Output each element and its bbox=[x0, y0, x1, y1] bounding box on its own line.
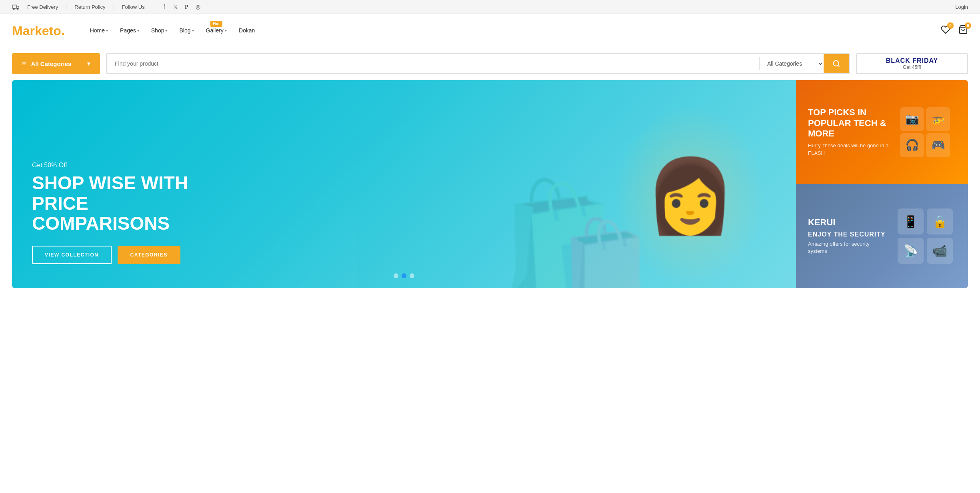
dot-3[interactable] bbox=[410, 273, 414, 278]
camera-icon: 📷 bbox=[900, 107, 924, 131]
categories-chevron-icon: ▾ bbox=[87, 60, 90, 67]
pinterest-icon[interactable]: 𝐏 bbox=[183, 3, 190, 10]
side-banners: TOP PICKS IN POPULAR TECH & MORE Hurry, … bbox=[796, 80, 968, 288]
tech-banner-title: TOP PICKS IN POPULAR TECH & MORE bbox=[808, 107, 890, 139]
drone-icon: 🚁 bbox=[926, 107, 950, 131]
security-banner-subtitle: Amazing offers for security systems bbox=[808, 240, 890, 255]
blog-chevron-icon: ▾ bbox=[192, 28, 194, 33]
social-links: f 𝕏 𝐏 ◎ bbox=[161, 3, 202, 10]
instagram-icon[interactable]: ◎ bbox=[194, 3, 202, 10]
tech-banner-subtitle: Hurry, these deals will be gone in a FLA… bbox=[808, 142, 890, 156]
topbar-left: Free Delivery Return Policy Follow Us f … bbox=[12, 3, 202, 10]
svg-point-4 bbox=[834, 61, 839, 66]
search-box: All Categories Electronics Fashion bbox=[106, 53, 850, 74]
follow-us-text: Follow Us bbox=[122, 4, 145, 10]
security-banner[interactable]: KERUI ENJOY THE SECURITY Amazing offers … bbox=[796, 184, 968, 288]
divider bbox=[66, 4, 66, 10]
sensor-icon: 📡 bbox=[898, 238, 924, 264]
hero-content: Get 50% Off SHOP WISE WITH PRICE COMPARI… bbox=[32, 162, 200, 264]
truck-icon bbox=[12, 4, 19, 10]
svg-line-5 bbox=[838, 65, 840, 67]
dot-2[interactable] bbox=[402, 273, 406, 278]
hero-title: SHOP WISE WITH PRICE COMPARISONS bbox=[32, 173, 200, 234]
menu-icon: ≡ bbox=[22, 60, 26, 68]
divider2 bbox=[114, 4, 114, 10]
security-icons-area: 📱 🔒 📡 📹 bbox=[882, 184, 968, 288]
security-enjoy-text: ENJOY THE SECURITY bbox=[808, 231, 890, 238]
home-chevron-icon: ▾ bbox=[106, 28, 108, 33]
hero-main-banner: 🛍️ 👩 Get 50% Off SHOP WISE WITH PRICE CO… bbox=[12, 80, 796, 288]
cart-button[interactable]: 0 bbox=[958, 25, 968, 36]
tech-icons-area: 📷 🚁 🎧 🎮 bbox=[882, 80, 968, 184]
main-nav: Home ▾ Pages ▾ Shop ▾ Blog ▾ Hot Gallery… bbox=[85, 24, 941, 37]
hero-buttons: VIEW COLLECTION CATEGORIES bbox=[32, 246, 200, 264]
nav-dokan-label: Dokan bbox=[239, 27, 255, 34]
headphones-icon: 🎧 bbox=[900, 133, 924, 157]
search-icon bbox=[832, 60, 840, 68]
return-policy-text: Return Policy bbox=[74, 4, 105, 10]
topbar-right: Login bbox=[955, 4, 968, 10]
topbar: Free Delivery Return Policy Follow Us f … bbox=[0, 0, 980, 14]
wishlist-count: 0 bbox=[947, 22, 954, 29]
black-friday-title: BLACK FRIDAY bbox=[886, 57, 938, 64]
svg-point-1 bbox=[13, 8, 14, 10]
search-category-select[interactable]: All Categories Electronics Fashion bbox=[760, 54, 824, 73]
wishlist-button[interactable]: 0 bbox=[941, 25, 950, 36]
black-friday-banner: BLACK FRIDAY Get 45ff! bbox=[856, 53, 968, 74]
logo-dot: . bbox=[61, 22, 65, 38]
nav-shop[interactable]: Shop ▾ bbox=[146, 24, 172, 37]
gamepad-icon: 🎮 bbox=[926, 133, 950, 157]
nav-pages-label: Pages bbox=[120, 27, 136, 34]
all-categories-button[interactable]: ≡ All Categories ▾ bbox=[12, 53, 100, 74]
nav-gallery[interactable]: Hot Gallery ▾ bbox=[201, 24, 232, 37]
nav-shop-label: Shop bbox=[151, 27, 164, 34]
hot-badge: Hot bbox=[210, 21, 222, 27]
black-friday-subtitle: Get 45ff! bbox=[903, 64, 921, 70]
hero-section: 🛍️ 👩 Get 50% Off SHOP WISE WITH PRICE CO… bbox=[0, 80, 980, 288]
nav-gallery-label: Gallery bbox=[206, 27, 224, 34]
security-banner-title: KERUI bbox=[808, 217, 890, 228]
search-input[interactable] bbox=[107, 54, 759, 73]
view-collection-button[interactable]: VIEW COLLECTION bbox=[32, 246, 112, 264]
categories-button[interactable]: CATEGORIES bbox=[118, 246, 180, 264]
twitter-icon[interactable]: 𝕏 bbox=[172, 3, 179, 10]
security-banner-content: KERUI ENJOY THE SECURITY Amazing offers … bbox=[808, 217, 890, 255]
lock-icon: 🔒 bbox=[927, 208, 953, 234]
logo-text: Marketo bbox=[12, 24, 61, 38]
nav-dokan[interactable]: Dokan bbox=[234, 24, 260, 37]
svg-rect-0 bbox=[12, 5, 17, 8]
logo[interactable]: Marketo. bbox=[12, 22, 65, 39]
pages-chevron-icon: ▾ bbox=[137, 28, 139, 33]
tech-banner-content: TOP PICKS IN POPULAR TECH & MORE Hurry, … bbox=[808, 107, 890, 157]
woman-image-area: 👩 bbox=[600, 96, 780, 288]
all-categories-label: All Categories bbox=[31, 60, 72, 67]
nav-home[interactable]: Home ▾ bbox=[85, 24, 113, 37]
login-link[interactable]: Login bbox=[955, 4, 968, 10]
free-delivery-text: Free Delivery bbox=[27, 4, 58, 10]
facebook-icon[interactable]: f bbox=[161, 3, 168, 10]
cctv-icon: 📹 bbox=[927, 238, 953, 264]
nav-home-label: Home bbox=[90, 27, 105, 34]
dot-1[interactable] bbox=[394, 273, 398, 278]
nav-pages[interactable]: Pages ▾ bbox=[115, 24, 144, 37]
gallery-chevron-icon: ▾ bbox=[225, 28, 227, 33]
hero-dots bbox=[394, 273, 414, 278]
svg-point-2 bbox=[17, 8, 18, 10]
search-button[interactable] bbox=[824, 54, 849, 73]
security-icons-grid: 📱 🔒 📡 📹 bbox=[894, 204, 957, 268]
tablet-icon: 📱 bbox=[898, 208, 924, 234]
tech-icons-grid: 📷 🚁 🎧 🎮 bbox=[896, 103, 954, 161]
nav-blog-label: Blog bbox=[179, 27, 190, 34]
header-icons: 0 0 bbox=[941, 25, 968, 36]
shop-chevron-icon: ▾ bbox=[165, 28, 167, 33]
nav-blog[interactable]: Blog ▾ bbox=[174, 24, 198, 37]
cart-count: 0 bbox=[965, 22, 971, 29]
tech-banner[interactable]: TOP PICKS IN POPULAR TECH & MORE Hurry, … bbox=[796, 80, 968, 184]
header: Marketo. Home ▾ Pages ▾ Shop ▾ Blog ▾ Ho… bbox=[0, 14, 980, 47]
search-row: ≡ All Categories ▾ All Categories Electr… bbox=[0, 47, 980, 80]
hero-tag: Get 50% Off bbox=[32, 162, 200, 169]
